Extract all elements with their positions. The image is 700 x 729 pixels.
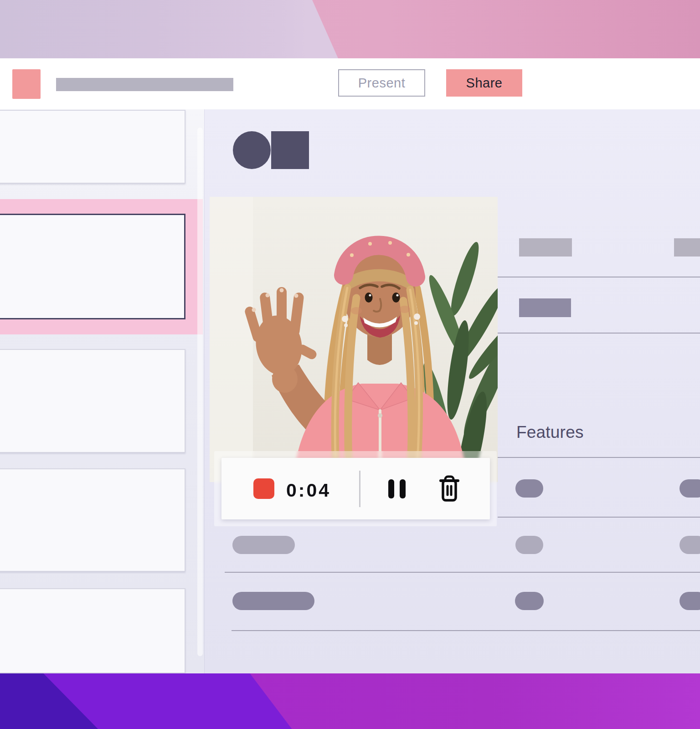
recording-toolbar: 0:04	[221, 458, 490, 519]
placeholder-bar	[519, 238, 572, 257]
placeholder-bar	[674, 238, 700, 257]
camera-preview	[210, 197, 498, 482]
app-logo	[12, 69, 41, 99]
stop-button[interactable]	[253, 478, 274, 499]
pause-icon	[388, 479, 394, 498]
pause-button[interactable]	[388, 479, 407, 498]
placeholder-pill	[232, 592, 314, 610]
placeholder-pill	[515, 536, 543, 554]
slide-thumbnail-1[interactable]	[0, 110, 185, 184]
row-divider	[498, 457, 700, 458]
wallpaper-magenta-sweep	[0, 673, 700, 729]
placeholder-pill	[232, 536, 295, 554]
presenter-illustration	[210, 197, 498, 482]
row-divider	[225, 572, 700, 573]
slide-thumbnail-2-selected[interactable]	[0, 214, 185, 319]
recording-timer: 0:04	[286, 480, 345, 501]
desktop-wallpaper-top	[0, 0, 700, 58]
wallpaper-pink-sweep	[0, 0, 700, 58]
row-divider	[498, 333, 700, 334]
row-divider	[232, 630, 700, 631]
logo-square-shape[interactable]	[271, 131, 309, 169]
share-button[interactable]: Share	[446, 69, 522, 97]
logo-circle-shape[interactable]	[233, 131, 271, 169]
placeholder-pill	[679, 592, 700, 610]
slides-sidebar	[0, 109, 204, 673]
toolbar-divider	[359, 471, 360, 507]
placeholder-pill	[515, 479, 543, 498]
slide-thumbnail-3[interactable]	[0, 349, 185, 453]
slide-thumbnail-4[interactable]	[0, 468, 185, 572]
features-heading: Features	[516, 423, 584, 442]
document-title-placeholder	[56, 78, 233, 91]
trash-icon	[439, 475, 460, 503]
delete-button[interactable]	[439, 475, 460, 503]
placeholder-pill	[515, 592, 544, 610]
desktop-wallpaper-bottom	[0, 673, 700, 729]
slide-thumbnail-5[interactable]	[0, 588, 185, 673]
present-button[interactable]: Present	[338, 69, 425, 97]
row-divider	[498, 517, 700, 518]
row-divider	[498, 277, 700, 277]
placeholder-pill	[679, 479, 700, 498]
screen: Present Share Features	[0, 0, 700, 729]
placeholder-bar	[519, 298, 571, 317]
sidebar-scrollbar[interactable]	[197, 128, 203, 656]
placeholder-pill	[679, 536, 700, 554]
app-toolbar: Present Share	[0, 58, 700, 109]
